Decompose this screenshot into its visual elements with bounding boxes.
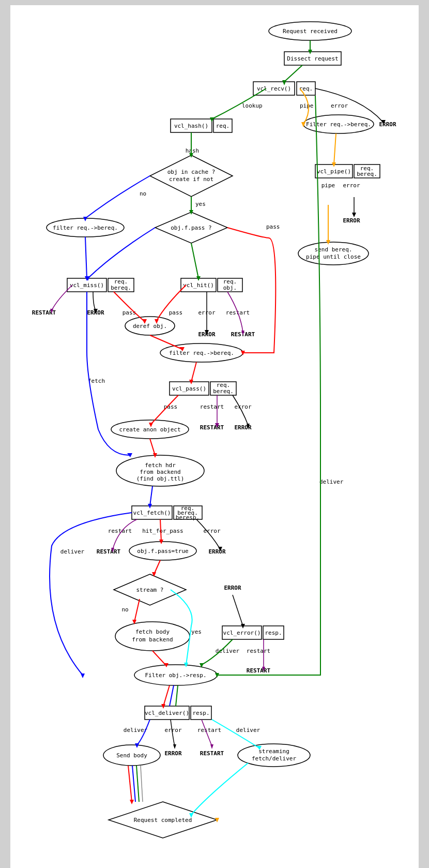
streaming-label1: streaming <box>258 748 289 755</box>
error-top-label: error <box>331 102 348 109</box>
send-bereq-label1: send bereq. <box>315 246 353 253</box>
request-received-label: Request received <box>283 28 338 35</box>
svg-text:bereq.: bereq. <box>213 388 234 395</box>
svg-marker-23 <box>352 213 356 217</box>
svg-line-12 <box>284 65 302 82</box>
vcl-pipe-label: vcl_pipe() <box>317 168 351 175</box>
error-vcl-deliver-label: error <box>164 727 181 734</box>
error-vcl-pass-label: error <box>234 403 251 410</box>
svg-text:bereq.: bereq. <box>111 285 131 291</box>
vcl-pass-label: vcl_pass() <box>172 385 206 392</box>
req-hash-label: req. <box>216 123 230 129</box>
fetch-hdr-label1: fetch hdr <box>145 462 176 469</box>
svg-line-73 <box>176 685 178 706</box>
deliver-right-label: deliver <box>319 478 344 485</box>
error-stream-node: ERROR <box>224 585 241 591</box>
svg-line-17 <box>334 133 336 164</box>
hit-for-pass-label: hit_for_pass <box>142 528 183 534</box>
svg-line-44 <box>191 362 196 382</box>
deliver-error-label: deliver <box>216 648 240 654</box>
dissect-request-label: Dissect request <box>287 55 338 62</box>
vcl-hash-label: vcl_hash() <box>174 123 208 129</box>
no-stream-label: no <box>121 606 128 613</box>
stream-label: stream ? <box>136 587 164 593</box>
pass-hit-label: pass <box>169 309 183 316</box>
yes-cache-label: yes <box>195 201 206 207</box>
send-body-label: Send body <box>116 752 147 759</box>
obj-in-cache-label2: create if not <box>169 176 213 183</box>
create-anon-label: create anon object <box>119 426 180 433</box>
svg-line-80 <box>132 766 135 802</box>
req-recv-label: req. <box>299 85 313 92</box>
svg-text:beresp.: beresp. <box>176 514 200 521</box>
pass-top-label: pass <box>266 223 280 230</box>
svg-marker-76 <box>210 744 213 749</box>
request-completed-label: Request completed <box>134 817 192 824</box>
svg-marker-58 <box>81 674 85 678</box>
restart-vcl-deliver-label: restart <box>197 727 221 734</box>
svg-marker-75 <box>173 744 176 749</box>
restart-error-label: restart <box>247 648 270 654</box>
resp-error-label: resp. <box>265 630 282 636</box>
fetch-body-label1: fetch body <box>135 628 170 635</box>
svg-line-32 <box>191 243 198 278</box>
error-top-right: ERROR <box>379 121 396 128</box>
vcl-error-label: vcl_error() <box>223 630 261 636</box>
svg-line-78 <box>128 766 132 802</box>
diagram-container: Request received Dissect request vcl_rec… <box>10 5 419 868</box>
svg-line-64 <box>152 651 165 665</box>
pass-miss-label: pass <box>122 309 136 316</box>
svg-text:bereq.: bereq. <box>357 171 377 177</box>
svg-line-72 <box>170 685 174 706</box>
vcl-fetch-label: vcl_fetch() <box>133 510 171 516</box>
error-pipe-node: ERROR <box>343 217 360 224</box>
deliver-vcl-deliver2-label: deliver <box>236 727 261 734</box>
deref-obj-label: deref obj. <box>133 323 167 330</box>
vcl-hit-label: vcl_hit() <box>183 282 214 289</box>
error-deliver-node: ERROR <box>164 750 181 757</box>
obj-f-pass-label: obj.f.pass ? <box>171 225 211 231</box>
error-fetch-node: ERROR <box>208 548 225 555</box>
streaming-label2: fetch/deliver <box>252 755 296 762</box>
lookup-label: lookup <box>242 102 263 109</box>
obj-f-pass-true-label: obj.f.pass=true <box>137 548 188 555</box>
svg-line-42 <box>150 335 181 349</box>
svg-line-81 <box>136 766 139 802</box>
svg-line-59 <box>154 560 160 574</box>
fetch-body-label2: from backend <box>132 636 173 643</box>
vcl-miss-label: vcl_miss() <box>70 282 104 289</box>
svg-line-55 <box>160 519 161 542</box>
svg-marker-79 <box>130 800 134 804</box>
svg-line-66 <box>233 595 243 626</box>
restart-vcl-pass-node: RESTART <box>200 424 224 431</box>
pipe-top-label: pipe <box>300 102 314 109</box>
fetch-label: fetch <box>88 378 105 384</box>
fetch-hdr-label3: (find obj.ttl) <box>136 475 185 482</box>
filter-obj-resp-label: Filter obj.->resp. <box>145 672 206 679</box>
filter-req-bereq-left-label: filter req.->bereq. <box>53 225 118 231</box>
error-label-vcl-pipe: error <box>343 182 360 189</box>
svg-text:obj.: obj. <box>223 285 237 291</box>
send-bereq-label2: pipe until close <box>306 253 361 260</box>
svg-line-82 <box>141 766 143 802</box>
filter-req-bereq-mid-label: filter req.->bereq. <box>169 350 234 356</box>
restart-vcl-pass-label: restart <box>200 403 224 410</box>
deliver-fetch-label: deliver <box>60 548 85 555</box>
restart-error-node: RESTART <box>247 667 271 674</box>
restart-deliver-node: RESTART <box>200 750 224 757</box>
svg-line-50 <box>150 439 155 455</box>
yes-stream-label: yes <box>191 628 202 635</box>
vcl-deliver-label: vcl_deliver() <box>145 710 189 716</box>
obj-in-cache-label1: obj in cache ? <box>167 169 216 175</box>
svg-line-70 <box>163 685 170 706</box>
no-cache-label: no <box>140 190 146 197</box>
pass-vcl-pass-label: pass <box>164 403 178 410</box>
svg-line-52 <box>150 486 152 506</box>
svg-line-61 <box>134 599 140 622</box>
error-fetch-label: error <box>203 528 220 534</box>
svg-line-30 <box>85 237 87 278</box>
pipe-label-vcl-pipe: pipe <box>321 182 335 189</box>
resp-deliver-label: resp. <box>192 710 209 716</box>
restart-fetch-node: RESTART <box>97 548 121 555</box>
fetch-hdr-label2: from backend <box>140 469 180 475</box>
